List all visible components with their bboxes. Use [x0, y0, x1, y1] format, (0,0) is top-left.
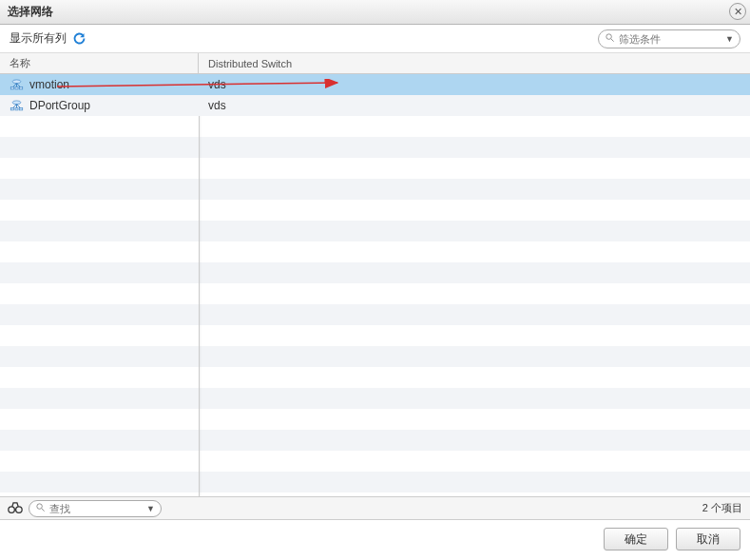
svg-line-21 [42, 509, 45, 512]
dialog-header: 选择网络 ✕ [0, 0, 750, 25]
cancel-button[interactable]: 取消 [676, 528, 740, 550]
close-button[interactable]: ✕ [729, 3, 746, 20]
show-all-columns-link[interactable]: 显示所有列 [10, 30, 67, 47]
svg-line-1 [611, 39, 614, 42]
chevron-down-icon[interactable]: ▼ [146, 504, 155, 513]
cell-name: vmotion [0, 74, 199, 95]
data-rows: vmotionvds DPortGroupvds [0, 74, 750, 116]
column-header-distributed-switch[interactable]: Distributed Switch [199, 53, 750, 73]
table-row[interactable]: vmotionvds [0, 74, 750, 95]
cell-name: DPortGroup [0, 95, 199, 116]
row-stripes [0, 74, 750, 496]
binoculars-icon[interactable] [8, 501, 23, 516]
toolbar: 显示所有列 ▼ [0, 25, 750, 53]
svg-rect-7 [15, 87, 18, 89]
network-portgroup-icon [10, 100, 24, 112]
cell-distributed-switch: vds [199, 95, 750, 116]
svg-rect-14 [15, 107, 18, 110]
refresh-icon[interactable] [72, 31, 87, 46]
search-icon [35, 502, 46, 514]
svg-point-0 [606, 34, 612, 40]
svg-rect-6 [10, 87, 13, 89]
svg-point-17 [9, 506, 15, 512]
svg-point-20 [37, 504, 43, 510]
button-bar: 确定 取消 [0, 520, 750, 558]
column-header-name[interactable]: 名称 [0, 53, 199, 73]
search-input[interactable] [49, 503, 143, 514]
chevron-down-icon[interactable]: ▼ [725, 34, 734, 44]
footer-bar: ▼ 2 个项目 [0, 497, 750, 520]
ok-button[interactable]: 确定 [604, 528, 668, 550]
dialog-title: 选择网络 [8, 4, 53, 20]
svg-rect-8 [20, 87, 23, 89]
search-icon [605, 32, 615, 45]
close-icon: ✕ [734, 6, 742, 18]
filter-input[interactable] [619, 33, 721, 45]
row-name-text: DPortGroup [29, 99, 90, 112]
svg-point-2 [12, 79, 21, 83]
row-name-text: vmotion [29, 78, 69, 91]
svg-point-9 [12, 100, 21, 104]
table-row[interactable]: DPortGroupvds [0, 95, 750, 116]
svg-rect-15 [20, 107, 23, 110]
table-body: vmotionvds DPortGroupvds [0, 74, 750, 497]
svg-rect-13 [10, 107, 13, 110]
footer-left: ▼ [8, 500, 162, 517]
search-box[interactable]: ▼ [29, 500, 162, 517]
toolbar-left: 显示所有列 [10, 30, 87, 47]
table-header: 名称 Distributed Switch [0, 53, 750, 74]
filter-box[interactable]: ▼ [598, 29, 740, 48]
svg-point-18 [16, 506, 23, 512]
cell-distributed-switch: vds [199, 74, 750, 95]
item-count: 2 个项目 [702, 501, 742, 515]
network-portgroup-icon [10, 79, 24, 91]
